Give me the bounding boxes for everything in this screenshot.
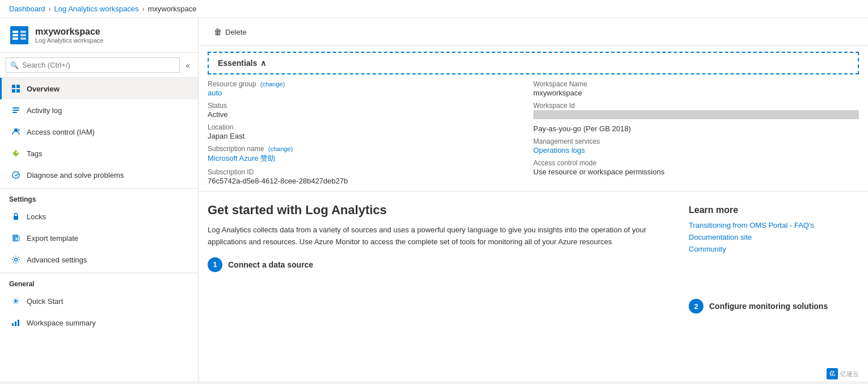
sidebar-item-label-advanced-settings: Advanced settings [27,256,87,264]
toolbar: 🗑 Delete [199,18,868,46]
essentials-header[interactable]: Essentials ∧ [208,52,859,74]
learn-more-panel: Learn more Transitioning from OMS Portal… [689,203,859,314]
sidebar-item-label-overview: Overview [27,85,60,93]
sidebar-item-quick-start[interactable]: Quick Start [0,290,198,312]
sidebar-item-diagnose[interactable]: Diagnose and solve problems [0,164,198,186]
svg-rect-22 [15,322,16,326]
collapse-sidebar-button[interactable]: « [183,60,192,71]
sidebar-item-export-template[interactable]: Export template [0,227,198,249]
field-workspace-name: Workspace Name mxyworkspace [533,80,859,97]
sidebar-item-label-locks: Locks [27,212,46,221]
nav-scroll-area: Overview Activity log Access control (IA… [0,78,198,381]
export-template-icon [11,233,21,243]
step-1-label: Connect a data source [228,260,313,269]
workspace-header: mxyworkspace Log Analytics workspace [0,18,198,53]
field-status: Status Active [208,102,533,119]
essentials-right-col: Workspace Name mxyworkspace Workspace Id… [533,80,859,185]
sidebar-item-tags[interactable]: Tags [0,143,198,164]
field-label-workspace-id: Workspace Id [533,102,859,110]
watermark: 亿 亿速云 [827,368,859,379]
breadcrumb-bar: Dashboard › Log Analytics workspaces › m… [0,0,868,18]
sidebar-item-locks[interactable]: Locks [0,206,198,227]
step-row-1: 1 Connect a data source [208,257,677,272]
field-workspace-id: Workspace Id ███████████████████████████… [533,102,859,119]
workspace-title-group: mxyworkspace Log Analytics workspace [35,27,103,44]
svg-rect-7 [12,85,15,88]
watermark-text: 亿速云 [840,370,859,378]
field-access-control-mode: Access control mode Use resource or work… [533,159,859,176]
field-management-services: Management services Operations logs [533,137,859,155]
learn-more-link-faq[interactable]: Transitioning from OMS Portal - FAQ's [689,221,859,229]
get-started-description: Log Analytics collects data from a varie… [208,224,677,248]
svg-rect-12 [12,110,19,111]
svg-rect-13 [12,112,17,113]
svg-rect-6 [20,37,26,40]
learn-more-title: Learn more [689,205,859,215]
svg-rect-17 [14,216,18,220]
svg-point-16 [16,152,18,153]
essentials-label: Essentials [218,59,257,68]
field-value-workspace-name: mxyworkspace [533,89,859,97]
main-layout: mxyworkspace Log Analytics workspace 🔍 «… [0,18,868,381]
svg-point-19 [15,258,18,261]
get-started-title: Get started with Log Analytics [208,203,677,218]
breadcrumb-sep-1: › [49,5,51,13]
field-value-access-control-mode: Use resource or workspace permissions [533,168,859,176]
svg-rect-21 [12,323,14,326]
essentials-left-col: Resource group (change) auto Status Acti… [208,80,533,185]
svg-rect-3 [12,37,18,40]
sidebar-item-overview[interactable]: Overview [0,78,198,99]
learn-more-link-community[interactable]: Community [689,245,859,253]
essentials-content: Resource group (change) auto Status Acti… [199,74,868,191]
delete-button-label: Delete [225,28,247,36]
workspace-subtitle: Log Analytics workspace [35,37,103,44]
field-value-management-services[interactable]: Operations logs [533,146,859,155]
essentials-chevron-icon: ∧ [260,59,266,68]
sidebar-item-access-control[interactable]: Access control (IAM) [0,121,198,143]
settings-section-label: Settings [0,188,198,206]
sidebar-item-label-activity-log: Activity log [27,106,62,115]
search-input[interactable] [6,57,180,73]
step-row-2: 2 Configure monitoring solutions [689,299,859,314]
get-started-section: Get started with Log Analytics Log Analy… [199,191,868,325]
sidebar-item-advanced-settings[interactable]: Advanced settings [0,249,198,270]
field-value-resource-group[interactable]: auto [208,89,533,97]
field-subscription-name: Subscription name (change) Microsoft Azu… [208,145,533,164]
search-icon: 🔍 [10,61,19,69]
sidebar-item-label-tags: Tags [27,149,42,158]
tags-icon [11,148,21,158]
subscription-change-link[interactable]: (change) [268,145,293,152]
sidebar-item-label-quick-start: Quick Start [27,297,63,306]
learn-more-link-docs[interactable]: Documentation site [689,233,859,241]
svg-rect-18 [12,235,18,241]
breadcrumb-current: mxyworkspace [148,5,196,13]
field-value-subscription-name[interactable]: Microsoft Azure 赞助 [208,153,533,164]
workspace-summary-icon [11,318,21,328]
sidebar-item-label-workspace-summary: Workspace summary [27,319,96,327]
field-label-access-control-mode: Access control mode [533,159,859,167]
sidebar-item-workspace-summary[interactable]: Workspace summary [0,312,198,333]
svg-rect-23 [18,320,19,326]
svg-rect-10 [16,89,20,93]
svg-rect-4 [20,31,26,33]
quick-start-icon [11,296,21,306]
field-value-status: Active [208,110,533,119]
watermark-icon: 亿 [827,368,838,379]
field-subscription-id: Subscription ID 76c5742a-d5e8-4612-8cee-… [208,168,533,185]
field-location: Location Japan East [208,123,533,140]
sidebar-item-label-export-template: Export template [27,234,78,243]
sidebar-item-activity-log[interactable]: Activity log [0,99,198,121]
field-pricing-tier: Pay-as-you-go (Per GB 2018) [533,124,859,133]
resource-group-change-link[interactable]: (change) [260,81,285,87]
sidebar: mxyworkspace Log Analytics workspace 🔍 «… [0,18,199,381]
delete-button[interactable]: 🗑 Delete [208,24,253,40]
breadcrumb-log-analytics[interactable]: Log Analytics workspaces [54,5,139,13]
field-value-workspace-id: ████████████████████████████████████ [533,110,859,119]
field-resource-group: Resource group (change) auto [208,80,533,97]
sidebar-item-label-diagnose: Diagnose and solve problems [27,171,124,180]
workspace-title: mxyworkspace [35,27,103,37]
access-control-icon [11,127,21,137]
field-label-location: Location [208,123,533,131]
svg-rect-9 [12,89,15,93]
breadcrumb-dashboard[interactable]: Dashboard [9,5,45,13]
